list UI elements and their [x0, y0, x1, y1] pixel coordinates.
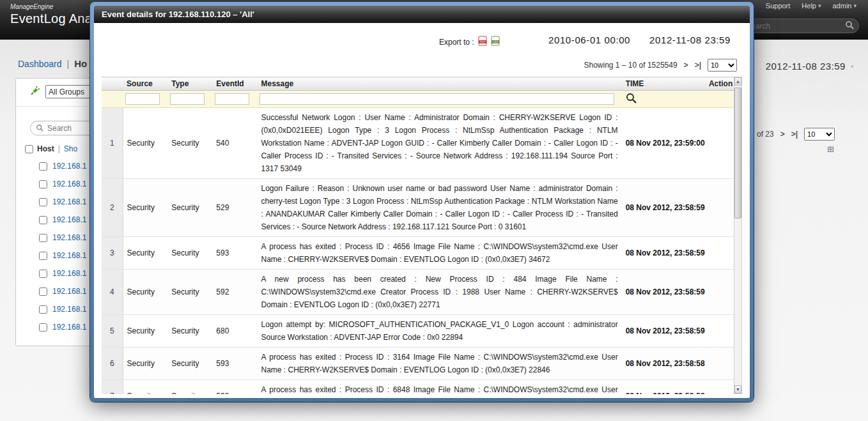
cell-type: Security: [167, 237, 212, 270]
event-table-body: 1 Security Security 540 Successful Netwo…: [102, 108, 734, 395]
cell-eventid: 593: [212, 348, 257, 380]
scrollbar-thumb[interactable]: [734, 88, 741, 218]
event-row[interactable]: 3 Security Security 593 A process has ex…: [102, 237, 734, 270]
cell-time: 08 Nov 2012, 23:58:59: [622, 179, 705, 237]
next-page-button[interactable]: >: [684, 61, 688, 70]
admin-label: admin: [833, 2, 852, 10]
cell-time: 08 Nov 2012, 23:58:59: [622, 315, 705, 348]
host-checkbox[interactable]: [39, 252, 47, 260]
global-search-input[interactable]: [746, 22, 845, 31]
event-row[interactable]: 5 Security Security 680 Logon attempt by…: [102, 315, 734, 348]
host-checkbox[interactable]: [39, 305, 47, 314]
cell-message: A process has exited : Process ID : 3164…: [257, 348, 621, 380]
cell-time: 08 Nov 2012, 23:58:59: [622, 270, 705, 315]
help-menu[interactable]: Help ▾: [802, 2, 821, 10]
cell-action: [705, 108, 734, 179]
show-link-partial[interactable]: Sho: [64, 144, 77, 153]
nav-dashboard[interactable]: Dashboard: [18, 59, 62, 69]
cell-message: A process has exited : Process ID : 6848…: [257, 380, 621, 395]
search-icon[interactable]: [845, 20, 854, 32]
global-search[interactable]: [740, 19, 859, 33]
export-row: Export to : PDF CSV 2010-06-01 00:00 201…: [94, 34, 750, 50]
page-size-select[interactable]: 10: [804, 128, 835, 141]
showing-count-text: Showing 1 – 10 of 1525549: [584, 61, 677, 70]
scrollbar-up-button[interactable]: ▲: [734, 77, 741, 86]
header-num: [102, 77, 123, 91]
date-display: 2012-11-08 23:59: [766, 61, 846, 72]
host-checkbox[interactable]: [39, 234, 47, 242]
header-action[interactable]: Action: [705, 77, 734, 91]
breadcrumb: Dashboard | Ho: [18, 58, 87, 69]
filter-type-input[interactable]: [170, 93, 205, 105]
cell-time: 08 Nov 2012, 23:58:58: [622, 380, 705, 395]
host-link[interactable]: 192.168.1: [52, 233, 86, 242]
event-table-region: Source Type EventId Message TIME Action: [102, 77, 742, 394]
grid-view-icon[interactable]: ⊞: [827, 144, 834, 154]
support-link[interactable]: Support: [766, 2, 791, 10]
header-eventid[interactable]: EventId: [212, 77, 257, 91]
host-checkbox[interactable]: [39, 216, 47, 224]
pager-count-text: of 23: [757, 130, 774, 139]
host-link[interactable]: 192.168.1: [52, 323, 86, 332]
dialog-body: Export to : PDF CSV 2010-06-01 00:00 201…: [94, 23, 750, 398]
range-date-to[interactable]: 2012-11-08 23:59: [649, 34, 731, 45]
row-number: 5: [102, 315, 123, 348]
last-page-button[interactable]: >|: [695, 61, 701, 70]
host-link[interactable]: 192.168.1: [52, 287, 86, 296]
event-row[interactable]: 6 Security Security 593 A process has ex…: [102, 348, 734, 380]
header-message[interactable]: Message: [257, 77, 621, 91]
search-icon: [36, 123, 43, 134]
select-all-hosts-checkbox[interactable]: [25, 145, 33, 153]
export-pdf-icon[interactable]: PDF: [478, 36, 487, 48]
date-range-selector[interactable]: 2012-11-08 23:59 ▾: [766, 61, 854, 72]
header-type[interactable]: Type: [167, 77, 212, 91]
modal-paging-row: Showing 1 – 10 of 1525549 > >| 10: [584, 59, 737, 72]
event-row[interactable]: 4 Security Security 592 A new process ha…: [102, 270, 734, 315]
admin-menu[interactable]: admin ▾: [833, 2, 857, 10]
next-page-button[interactable]: >: [780, 130, 785, 139]
filter-message-input[interactable]: [260, 93, 614, 105]
host-checkbox[interactable]: [39, 270, 47, 278]
host-link[interactable]: 192.168.1: [52, 215, 86, 224]
dialog-title: Event details for 192.168.110.120 – 'All…: [102, 10, 254, 19]
filter-search-button[interactable]: [626, 93, 637, 105]
host-link[interactable]: 192.168.1: [52, 305, 86, 314]
host-checkbox[interactable]: [39, 162, 47, 171]
top-nav-links: Support Help ▾ admin ▾: [766, 2, 856, 10]
event-row[interactable]: 7 Security Security 593 A process has ex…: [102, 380, 734, 395]
header-time[interactable]: TIME: [622, 77, 705, 91]
host-checkbox[interactable]: [39, 287, 47, 296]
last-page-button[interactable]: >|: [791, 130, 798, 139]
cell-time: 08 Nov 2012, 23:58:59: [622, 237, 705, 270]
nav-section-partial[interactable]: Ho: [74, 58, 87, 69]
row-number: 2: [102, 179, 123, 237]
table-scrollbar[interactable]: ▲ ▼: [734, 77, 742, 394]
modal-page-size-select[interactable]: 10: [708, 59, 737, 72]
host-checkbox[interactable]: [39, 198, 47, 206]
host-link[interactable]: 192.168.1: [52, 162, 86, 171]
dialog-titlebar[interactable]: Event details for 192.168.110.120 – 'All…: [94, 6, 750, 23]
event-table-clip: Source Type EventId Message TIME Action: [102, 77, 734, 394]
host-checkbox[interactable]: [39, 180, 47, 188]
host-link[interactable]: 192.168.1: [52, 251, 86, 260]
event-row[interactable]: 1 Security Security 540 Successful Netwo…: [102, 108, 734, 179]
svg-text:CSV: CSV: [492, 40, 498, 43]
filter-eventid-input[interactable]: [215, 93, 249, 105]
sidebar-search-placeholder: Search: [47, 124, 72, 133]
filter-source-input[interactable]: [125, 93, 160, 105]
modal-date-range[interactable]: 2010-06-01 00:00 2012-11-08 23:59: [548, 34, 731, 45]
cell-source: Security: [123, 108, 167, 179]
range-date-from[interactable]: 2010-06-01 00:00: [548, 34, 630, 45]
cell-message: Logon attempt by: MICROSOFT_AUTHENTICATI…: [257, 315, 621, 348]
scrollbar-down-button[interactable]: ▼: [734, 385, 741, 394]
export-csv-icon[interactable]: CSV: [491, 36, 500, 48]
host-link[interactable]: 192.168.1: [52, 269, 86, 278]
row-number: 4: [102, 270, 123, 315]
header-source[interactable]: Source: [123, 77, 167, 91]
host-checkbox[interactable]: [39, 323, 47, 332]
host-link[interactable]: 192.168.1: [52, 180, 86, 188]
host-link[interactable]: 192.168.1: [52, 197, 86, 206]
cell-time: 08 Nov 2012, 23:58:58: [622, 348, 705, 380]
event-row[interactable]: 2 Security Security 529 Logon Failure : …: [102, 179, 734, 237]
filter-action-cell: [705, 91, 734, 108]
